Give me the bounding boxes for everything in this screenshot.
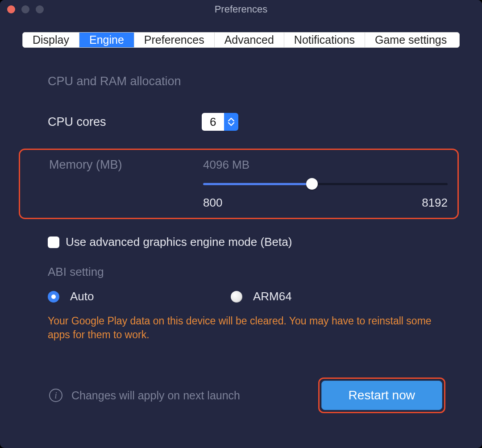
cpu-cores-value: 6 xyxy=(202,113,224,131)
section-heading-allocation: CPU and RAM allocation xyxy=(23,75,459,88)
restart-now-button[interactable]: Restart now xyxy=(321,381,442,410)
slider-fill xyxy=(203,183,312,185)
chevron-down-icon xyxy=(228,122,235,126)
abi-option-arm64-label: ARM64 xyxy=(253,290,292,303)
radio-checked-icon xyxy=(48,291,59,303)
abi-radio-group: Auto ARM64 xyxy=(23,290,459,303)
abi-heading: ABI setting xyxy=(23,265,459,279)
tab-preferences[interactable]: Preferences xyxy=(134,33,215,47)
abi-option-auto-label: Auto xyxy=(70,290,94,303)
tab-advanced[interactable]: Advanced xyxy=(215,33,284,47)
zoom-window-button[interactable] xyxy=(36,5,44,13)
abi-option-auto[interactable]: Auto xyxy=(48,290,213,303)
abi-option-arm64[interactable]: ARM64 xyxy=(231,290,396,303)
tab-notifications[interactable]: Notifications xyxy=(284,33,365,47)
info-icon: i xyxy=(49,389,62,402)
slider-max-label: 8192 xyxy=(422,196,448,210)
cpu-cores-label: CPU cores xyxy=(48,115,202,129)
titlebar: Preferences xyxy=(0,0,482,19)
slider-thumb[interactable] xyxy=(306,178,318,190)
footer-note: Changes will apply on next launch xyxy=(71,389,240,402)
advanced-graphics-row: Use advanced graphics engine mode (Beta) xyxy=(23,235,459,249)
tab-game-settings[interactable]: Game settings xyxy=(365,33,457,47)
preferences-window: Preferences Display Engine Preferences A… xyxy=(0,0,482,448)
footer-note-wrap: i Changes will apply on next launch xyxy=(49,389,240,402)
advanced-graphics-label: Use advanced graphics engine mode (Beta) xyxy=(66,235,292,249)
tab-display[interactable]: Display xyxy=(23,33,79,47)
tab-bar: Display Engine Preferences Advanced Noti… xyxy=(22,32,460,48)
abi-warning: Your Google Play data on this device wil… xyxy=(23,314,459,342)
slider-limits: 800 8192 xyxy=(203,196,448,210)
memory-label: Memory (MB) xyxy=(49,158,203,172)
window-title: Preferences xyxy=(7,4,475,15)
restart-highlight: Restart now xyxy=(318,377,445,413)
cpu-cores-row: CPU cores 6 xyxy=(23,113,459,131)
cpu-cores-stepper[interactable]: 6 xyxy=(202,113,238,131)
advanced-graphics-checkbox[interactable] xyxy=(48,236,59,248)
chevron-up-icon xyxy=(228,117,235,122)
cpu-cores-stepper-buttons[interactable] xyxy=(224,113,238,131)
engine-content: CPU and RAM allocation CPU cores 6 Memor… xyxy=(0,48,482,448)
radio-unchecked-icon xyxy=(231,291,242,303)
memory-highlight: Memory (MB) 4096 MB 800 8192 xyxy=(19,149,459,219)
close-window-button[interactable] xyxy=(7,5,15,13)
footer: i Changes will apply on next launch Rest… xyxy=(23,377,459,431)
memory-row: Memory (MB) 4096 MB 800 8192 xyxy=(49,158,448,210)
tab-engine[interactable]: Engine xyxy=(79,33,134,47)
minimize-window-button[interactable] xyxy=(21,5,29,13)
memory-current-value: 4096 MB xyxy=(203,158,448,172)
traffic-lights xyxy=(7,5,44,13)
memory-slider[interactable] xyxy=(203,178,448,190)
slider-min-label: 800 xyxy=(203,196,222,210)
